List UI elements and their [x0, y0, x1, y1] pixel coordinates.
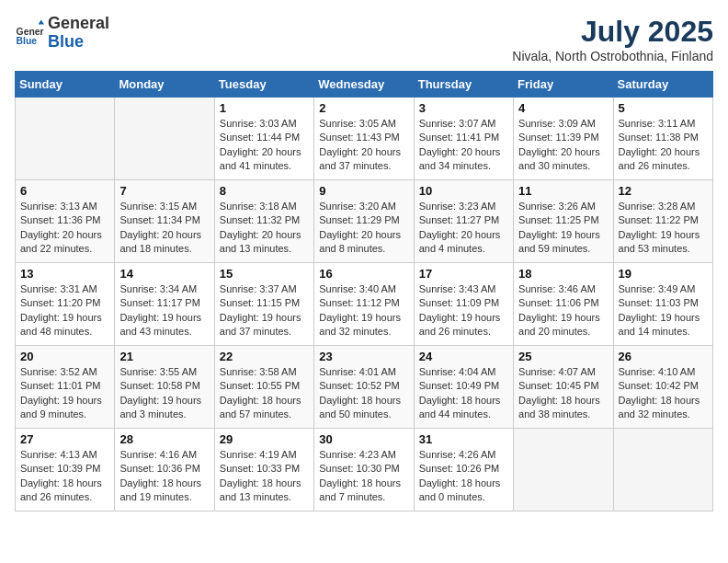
day-info: Sunrise: 3:05 AM Sunset: 11:43 PM Daylig… — [319, 117, 408, 174]
day-info: Sunrise: 3:46 AM Sunset: 11:06 PM Daylig… — [518, 282, 608, 339]
day-info: Sunrise: 3:20 AM Sunset: 11:29 PM Daylig… — [319, 200, 408, 257]
calendar-cell: 16Sunrise: 3:40 AM Sunset: 11:12 PM Dayl… — [314, 263, 414, 346]
day-number: 6 — [20, 184, 109, 198]
calendar-cell: 12Sunrise: 3:28 AM Sunset: 11:22 PM Dayl… — [613, 180, 712, 263]
day-number: 24 — [419, 350, 508, 363]
calendar-cell — [115, 98, 214, 180]
day-number: 11 — [518, 184, 608, 198]
day-number: 7 — [119, 184, 209, 198]
day-info: Sunrise: 3:28 AM Sunset: 11:22 PM Daylig… — [619, 200, 708, 257]
day-number: 13 — [20, 267, 109, 281]
day-number: 21 — [119, 350, 209, 363]
day-number: 22 — [220, 350, 309, 363]
day-number: 27 — [20, 432, 109, 446]
day-number: 17 — [419, 267, 508, 281]
day-info: Sunrise: 3:55 AM Sunset: 10:58 PM Daylig… — [119, 365, 209, 422]
title-block: July 2025 Nivala, North Ostrobothnia, Fi… — [512, 15, 713, 63]
day-number: 30 — [319, 432, 408, 446]
day-number: 8 — [220, 184, 309, 198]
month-title: July 2025 — [512, 15, 713, 49]
calendar-cell: 25Sunrise: 4:07 AM Sunset: 10:45 PM Dayl… — [514, 346, 613, 429]
calendar-cell: 15Sunrise: 3:37 AM Sunset: 11:15 PM Dayl… — [214, 263, 313, 346]
day-info: Sunrise: 3:31 AM Sunset: 11:20 PM Daylig… — [20, 282, 109, 339]
day-info: Sunrise: 3:49 AM Sunset: 11:03 PM Daylig… — [619, 282, 708, 339]
calendar-cell: 23Sunrise: 4:01 AM Sunset: 10:52 PM Dayl… — [314, 346, 414, 429]
day-number: 29 — [220, 432, 309, 446]
calendar-cell: 3Sunrise: 3:07 AM Sunset: 11:41 PM Dayli… — [414, 98, 513, 180]
day-number: 14 — [119, 267, 209, 281]
day-info: Sunrise: 3:13 AM Sunset: 11:36 PM Daylig… — [20, 200, 109, 257]
calendar-cell — [16, 98, 115, 180]
day-info: Sunrise: 4:04 AM Sunset: 10:49 PM Daylig… — [419, 365, 508, 422]
calendar-cell: 26Sunrise: 4:10 AM Sunset: 10:42 PM Dayl… — [613, 346, 712, 429]
day-info: Sunrise: 3:34 AM Sunset: 11:17 PM Daylig… — [119, 282, 209, 339]
day-info: Sunrise: 3:03 AM Sunset: 11:44 PM Daylig… — [220, 117, 309, 174]
day-number: 31 — [419, 432, 508, 446]
logo-blue-text: Blue — [48, 33, 109, 52]
calendar-table: SundayMondayTuesdayWednesdayThursdayFrid… — [15, 71, 713, 511]
calendar-cell: 17Sunrise: 3:43 AM Sunset: 11:09 PM Dayl… — [414, 263, 513, 346]
day-number: 18 — [518, 267, 608, 281]
day-info: Sunrise: 4:10 AM Sunset: 10:42 PM Daylig… — [619, 365, 708, 422]
calendar-cell — [613, 429, 712, 511]
svg-text:Blue: Blue — [17, 36, 38, 46]
calendar-cell: 30Sunrise: 4:23 AM Sunset: 10:30 PM Dayl… — [314, 429, 414, 511]
page-header: General Blue General Blue July 2025 Niva… — [15, 15, 713, 63]
calendar-cell: 24Sunrise: 4:04 AM Sunset: 10:49 PM Dayl… — [414, 346, 513, 429]
calendar-week-row: 27Sunrise: 4:13 AM Sunset: 10:39 PM Dayl… — [16, 429, 713, 511]
day-number: 12 — [619, 184, 708, 198]
calendar-cell: 6Sunrise: 3:13 AM Sunset: 11:36 PM Dayli… — [16, 180, 115, 263]
day-number: 5 — [619, 101, 708, 115]
calendar-cell: 13Sunrise: 3:31 AM Sunset: 11:20 PM Dayl… — [16, 263, 115, 346]
calendar-cell: 19Sunrise: 3:49 AM Sunset: 11:03 PM Dayl… — [613, 263, 712, 346]
column-header-thursday: Thursday — [414, 72, 513, 98]
svg-marker-2 — [39, 19, 44, 24]
day-info: Sunrise: 3:52 AM Sunset: 11:01 PM Daylig… — [20, 365, 109, 422]
day-number: 10 — [419, 184, 508, 198]
calendar-week-row: 20Sunrise: 3:52 AM Sunset: 11:01 PM Dayl… — [16, 346, 713, 429]
calendar-cell: 11Sunrise: 3:26 AM Sunset: 11:25 PM Dayl… — [514, 180, 613, 263]
day-number: 23 — [319, 350, 408, 363]
calendar-cell: 21Sunrise: 3:55 AM Sunset: 10:58 PM Dayl… — [115, 346, 214, 429]
day-number: 25 — [518, 350, 608, 363]
day-info: Sunrise: 3:07 AM Sunset: 11:41 PM Daylig… — [419, 117, 508, 174]
day-info: Sunrise: 3:15 AM Sunset: 11:34 PM Daylig… — [119, 200, 209, 257]
day-info: Sunrise: 3:09 AM Sunset: 11:39 PM Daylig… — [518, 117, 608, 174]
day-info: Sunrise: 3:37 AM Sunset: 11:15 PM Daylig… — [220, 282, 309, 339]
location-subtitle: Nivala, North Ostrobothnia, Finland — [512, 49, 713, 63]
calendar-cell: 9Sunrise: 3:20 AM Sunset: 11:29 PM Dayli… — [314, 180, 414, 263]
calendar-cell: 8Sunrise: 3:18 AM Sunset: 11:32 PM Dayli… — [214, 180, 313, 263]
day-number: 26 — [619, 350, 708, 363]
calendar-week-row: 13Sunrise: 3:31 AM Sunset: 11:20 PM Dayl… — [16, 263, 713, 346]
day-info: Sunrise: 4:01 AM Sunset: 10:52 PM Daylig… — [319, 365, 408, 422]
day-info: Sunrise: 3:18 AM Sunset: 11:32 PM Daylig… — [220, 200, 309, 257]
calendar-cell: 1Sunrise: 3:03 AM Sunset: 11:44 PM Dayli… — [214, 98, 313, 180]
calendar-cell: 18Sunrise: 3:46 AM Sunset: 11:06 PM Dayl… — [514, 263, 613, 346]
column-header-monday: Monday — [115, 72, 214, 98]
day-info: Sunrise: 4:16 AM Sunset: 10:36 PM Daylig… — [119, 448, 209, 505]
calendar-cell: 7Sunrise: 3:15 AM Sunset: 11:34 PM Dayli… — [115, 180, 214, 263]
day-info: Sunrise: 4:26 AM Sunset: 10:26 PM Daylig… — [419, 448, 508, 505]
column-header-wednesday: Wednesday — [314, 72, 414, 98]
calendar-cell: 28Sunrise: 4:16 AM Sunset: 10:36 PM Dayl… — [115, 429, 214, 511]
day-info: Sunrise: 3:23 AM Sunset: 11:27 PM Daylig… — [419, 200, 508, 257]
day-number: 9 — [319, 184, 408, 198]
day-info: Sunrise: 3:58 AM Sunset: 10:55 PM Daylig… — [220, 365, 309, 422]
day-number: 2 — [319, 101, 408, 115]
calendar-cell: 27Sunrise: 4:13 AM Sunset: 10:39 PM Dayl… — [16, 429, 115, 511]
logo-general-text: General — [48, 15, 109, 33]
calendar-header-row: SundayMondayTuesdayWednesdayThursdayFrid… — [16, 72, 713, 98]
day-number: 1 — [220, 101, 309, 115]
day-info: Sunrise: 4:13 AM Sunset: 10:39 PM Daylig… — [20, 448, 109, 505]
column-header-friday: Friday — [514, 72, 613, 98]
calendar-cell: 10Sunrise: 3:23 AM Sunset: 11:27 PM Dayl… — [414, 180, 513, 263]
calendar-week-row: 1Sunrise: 3:03 AM Sunset: 11:44 PM Dayli… — [16, 98, 713, 180]
calendar-cell: 29Sunrise: 4:19 AM Sunset: 10:33 PM Dayl… — [214, 429, 313, 511]
day-number: 4 — [518, 101, 608, 115]
column-header-saturday: Saturday — [613, 72, 712, 98]
logo: General Blue General Blue — [15, 15, 109, 52]
day-number: 16 — [319, 267, 408, 281]
day-number: 20 — [20, 350, 109, 363]
calendar-cell: 5Sunrise: 3:11 AM Sunset: 11:38 PM Dayli… — [613, 98, 712, 180]
day-number: 3 — [419, 101, 508, 115]
